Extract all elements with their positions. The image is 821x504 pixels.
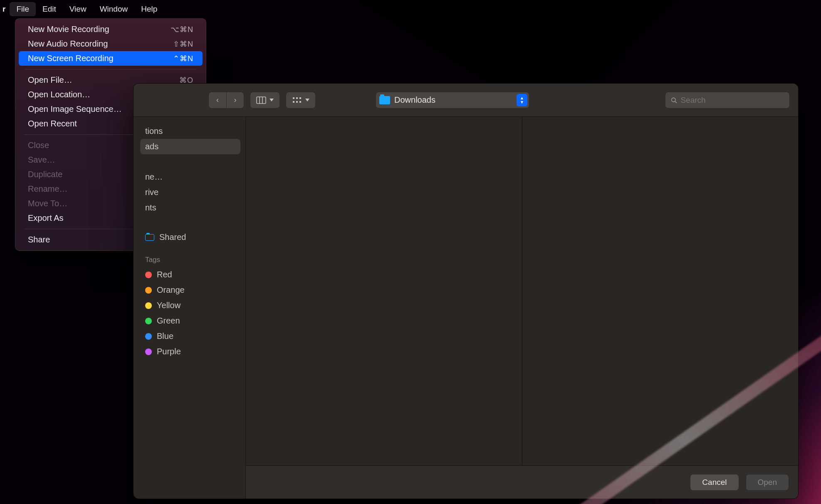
menu-bar: r File Edit View Window Help [0,0,821,18]
sidebar-section-tags: Tags [140,245,240,267]
chevron-left-icon: ‹ [216,96,219,104]
menu-item-label: Save… [28,155,55,165]
svg-line-10 [675,101,676,102]
dialog-sidebar: tions ads ne… rive nts Shared [134,117,246,499]
search-icon [670,96,677,104]
location-label: Downloads [394,95,525,105]
sidebar-item-label: ads [145,142,158,151]
menu-item-shortcut: ⌃⌘N [173,54,193,63]
menu-new-movie-recording[interactable]: New Movie Recording ⌥⌘N [19,22,203,37]
file-column[interactable] [522,117,799,499]
menu-new-screen-recording[interactable]: New Screen Recording ⌃⌘N [19,51,203,66]
tag-label: Blue [157,331,173,341]
tag-dot-icon [145,302,152,309]
menu-item-label: Close [28,141,49,150]
tag-label: Purple [157,347,181,356]
nav-back-forward: ‹ › [208,92,244,109]
menu-item-label: Duplicate [28,170,62,179]
svg-rect-0 [257,97,266,104]
sidebar-item-label: ne… [145,172,163,182]
tag-green[interactable]: Green [140,313,240,329]
menu-item-shortcut: ⌥⌘N [171,25,193,34]
tag-yellow[interactable]: Yellow [140,298,240,313]
menu-edit[interactable]: Edit [36,2,63,16]
sidebar-item-label: tions [145,126,163,136]
tag-blue[interactable]: Blue [140,329,240,344]
chevron-down-icon [305,99,309,101]
menu-item-label: Open Image Sequence… [28,104,122,114]
tag-label: Orange [157,285,185,295]
menu-window[interactable]: Window [93,2,135,16]
location-popup[interactable]: Downloads ▲▼ [376,92,529,109]
sidebar-item[interactable]: rive [140,185,240,200]
menu-file[interactable]: File [10,2,36,16]
folder-icon [379,96,390,104]
app-name-fragment: r [0,5,10,14]
svg-rect-4 [296,97,298,99]
forward-button[interactable]: › [226,92,244,108]
sidebar-item-shared[interactable]: Shared [140,230,240,245]
view-mode-button[interactable] [250,92,280,109]
tag-dot-icon [145,333,152,340]
tag-label: Red [157,270,172,279]
menu-item-label: Share [28,235,50,245]
sidebar-item[interactable]: ne… [140,169,240,185]
cancel-button[interactable]: Cancel [690,474,739,491]
dialog-body: tions ads ne… rive nts Shared [134,117,798,499]
grid-icon [292,96,302,104]
tag-purple[interactable]: Purple [140,344,240,359]
tag-label: Yellow [157,301,181,310]
sidebar-item-downloads[interactable]: ads [140,139,240,154]
tag-dot-icon [145,287,152,294]
group-by-button[interactable] [286,92,316,109]
tag-red[interactable]: Red [140,267,240,282]
button-label: Open [758,478,777,487]
menu-item-label: New Movie Recording [28,25,109,34]
tag-dot-icon [145,318,152,324]
open-file-dialog: ‹ › Downloads ▲▼ [133,83,799,499]
menu-item-label: New Screen Recording [28,54,114,63]
dialog-footer: Cancel Open [246,465,798,499]
menu-new-audio-recording[interactable]: New Audio Recording ⇧⌘N [19,37,203,51]
menu-item-label: Open Recent [28,119,77,128]
menu-item-label: Rename… [28,184,68,194]
file-browser-columns[interactable] [246,117,798,499]
chevron-right-icon: › [234,96,237,104]
desktop-background: r File Edit View Window Help New Movie R… [0,0,821,504]
columns-icon [256,96,266,104]
menu-help[interactable]: Help [134,2,164,16]
sidebar-item-label: Shared [159,232,186,242]
file-column[interactable] [246,117,522,499]
sidebar-item[interactable]: nts [140,200,240,215]
menu-item-label: Open File… [28,75,72,85]
search-field[interactable] [665,92,790,109]
menu-divider [25,69,197,69]
dialog-toolbar: ‹ › Downloads ▲▼ [134,84,798,117]
sidebar-item-label: rive [145,188,158,197]
menu-item-label: New Audio Recording [28,39,108,49]
sidebar-item-label: nts [145,203,156,212]
tag-orange[interactable]: Orange [140,282,240,298]
tag-dot-icon [145,272,152,278]
menu-item-label: Move To… [28,199,67,208]
menu-view[interactable]: View [63,2,93,16]
open-button[interactable]: Open [746,474,789,491]
back-button[interactable]: ‹ [209,92,226,108]
button-label: Cancel [702,478,727,487]
sidebar-item[interactable]: tions [140,124,240,139]
menu-item-label: Export As [28,213,64,223]
menu-item-label: Open Location… [28,90,90,99]
tag-dot-icon [145,348,152,355]
svg-rect-8 [299,101,301,103]
updown-stepper-icon: ▲▼ [517,94,527,106]
chevron-down-icon [270,99,274,101]
shared-folder-icon [145,234,154,241]
svg-rect-3 [293,97,294,99]
svg-rect-5 [299,97,301,99]
search-input[interactable] [680,96,784,105]
tag-label: Green [157,316,180,326]
svg-rect-6 [293,101,294,103]
svg-rect-7 [296,101,298,103]
menu-item-shortcut: ⇧⌘N [173,40,193,49]
